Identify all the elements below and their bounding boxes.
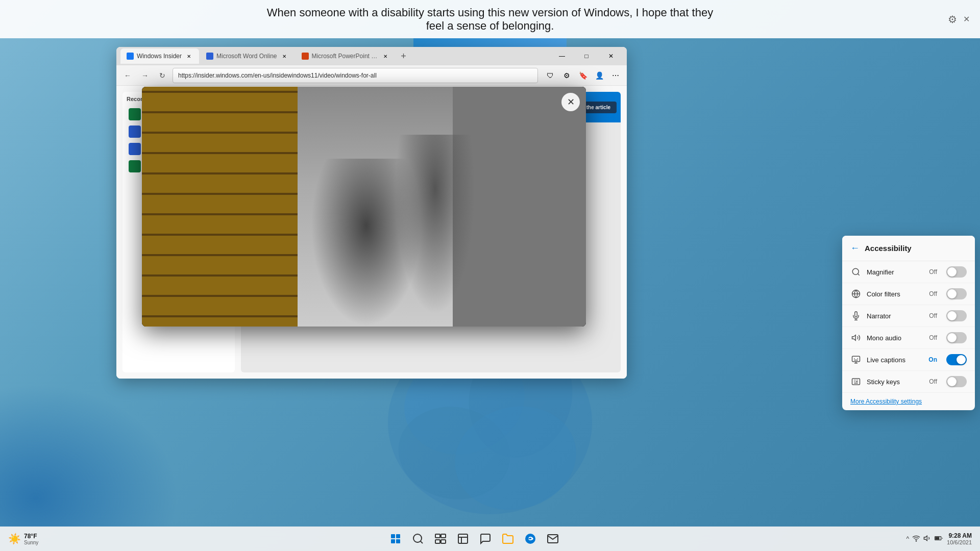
sticky-keys-toggle[interactable] xyxy=(946,376,967,387)
back-button[interactable]: ← xyxy=(120,68,135,83)
chat-button[interactable] xyxy=(476,530,495,548)
tab-close-1[interactable]: ✕ xyxy=(185,52,193,60)
live-captions-toggle[interactable] xyxy=(946,354,967,365)
svg-rect-13 xyxy=(396,534,400,538)
maximize-button[interactable]: □ xyxy=(575,48,598,64)
svg-rect-15 xyxy=(396,539,400,543)
taskbar-left: ☀️ 78°F Sunny xyxy=(8,533,42,545)
task-view-button[interactable] xyxy=(431,530,450,548)
narrator-icon xyxy=(850,310,862,321)
browser-titlebar: Windows Insider ✕ Microsoft Word Online … xyxy=(116,47,627,65)
magnifier-icon xyxy=(850,266,862,278)
color-filters-status: Off xyxy=(929,290,937,297)
expand-icon[interactable]: ^ xyxy=(906,535,909,542)
figure-standing xyxy=(395,135,475,315)
edge-browser-button[interactable] xyxy=(521,530,540,548)
live-captions-icon xyxy=(850,354,862,365)
more-icon[interactable]: ⋯ xyxy=(608,68,623,83)
accessibility-panel: ← Accessibility Magnifier Off Color filt… xyxy=(842,236,975,410)
sticky-keys-icon xyxy=(850,376,862,387)
tab-close-2[interactable]: ✕ xyxy=(280,52,288,60)
battery-icon[interactable] xyxy=(935,534,943,544)
toolbar-icons: 🛡 ⚙ 🔖 👤 ⋯ xyxy=(543,68,623,83)
close-button[interactable]: ✕ xyxy=(599,48,623,64)
wifi-icon[interactable] xyxy=(912,534,920,544)
video-close-button[interactable]: ✕ xyxy=(561,93,580,111)
mail-button[interactable] xyxy=(544,530,562,548)
video-close-icon: ✕ xyxy=(567,96,575,108)
volume-icon[interactable] xyxy=(923,534,932,544)
mono-audio-toggle[interactable] xyxy=(946,332,967,343)
add-tab-button[interactable]: + xyxy=(397,49,411,63)
mono-audio-status: Off xyxy=(929,334,937,341)
mono-audio-item: Mono audio Off xyxy=(842,327,975,349)
svg-rect-26 xyxy=(936,537,939,539)
svg-point-16 xyxy=(413,534,422,542)
tab-label-2: Microsoft Word Online xyxy=(216,53,277,60)
panel-back-button[interactable]: ← xyxy=(850,243,860,254)
forward-button[interactable]: → xyxy=(138,68,152,83)
shield-icon[interactable]: 🛡 xyxy=(543,68,557,83)
svg-rect-17 xyxy=(435,534,440,538)
deco-shape-bottom-left xyxy=(0,384,179,527)
tab-close-3[interactable]: ✕ xyxy=(381,52,389,60)
sticky-keys-item: Sticky keys Off xyxy=(842,371,975,393)
narrator-toggle[interactable] xyxy=(946,310,967,321)
tab-windows-insider[interactable]: Windows Insider ✕ xyxy=(120,48,199,64)
color-filters-icon xyxy=(850,288,862,299)
weather-info: 78°F Sunny xyxy=(24,533,38,545)
live-captions-item: Live captions On xyxy=(842,349,975,371)
item-icon-4 xyxy=(129,160,141,172)
address-bar[interactable]: https://insider.windows.com/en-us/inside… xyxy=(173,68,538,83)
settings-icon[interactable]: ⚙ xyxy=(559,68,574,83)
browser-toolbar: ← → ↻ https://insider.windows.com/en-us/… xyxy=(116,65,627,86)
clock-date: 10/6/2021 xyxy=(947,539,972,545)
clock-area[interactable]: 9:28 AM 10/6/2021 xyxy=(947,532,972,545)
close-icon[interactable]: ✕ xyxy=(963,14,970,24)
color-filters-toggle[interactable] xyxy=(946,288,967,299)
favorites-icon[interactable]: 🔖 xyxy=(576,68,590,83)
magnifier-label: Magnifier xyxy=(867,268,924,276)
svg-point-23 xyxy=(916,540,916,541)
narrator-toggle-knob xyxy=(947,311,957,320)
quote-text: When someone with a disability starts us… xyxy=(260,6,720,33)
magnifier-toggle[interactable] xyxy=(946,266,967,278)
profile-icon[interactable]: 👤 xyxy=(592,68,606,83)
tab-powerpoint-online[interactable]: Microsoft PowerPoint Online ✕ xyxy=(296,48,396,64)
svg-rect-19 xyxy=(435,540,440,543)
svg-rect-12 xyxy=(391,534,395,538)
tab-label-1: Windows Insider xyxy=(137,53,182,60)
panel-header: ← Accessibility xyxy=(842,236,975,261)
minimize-button[interactable]: — xyxy=(550,48,574,64)
tab-label-3: Microsoft PowerPoint Online xyxy=(312,53,378,60)
taskbar-right: ^ xyxy=(906,532,972,545)
narrator-item: Narrator Off xyxy=(842,305,975,327)
file-explorer-button[interactable] xyxy=(499,530,517,548)
svg-rect-20 xyxy=(441,540,446,543)
mono-audio-toggle-knob xyxy=(947,333,957,342)
svg-rect-14 xyxy=(391,539,395,543)
magnifier-toggle-knob xyxy=(947,267,957,277)
mono-audio-label: Mono audio xyxy=(867,334,924,342)
top-notification-bar: When someone with a disability starts us… xyxy=(0,0,980,38)
item-icon-1 xyxy=(129,108,141,120)
svg-marker-24 xyxy=(924,536,927,540)
search-button[interactable] xyxy=(409,530,427,548)
refresh-button[interactable]: ↻ xyxy=(155,68,169,83)
more-accessibility-link[interactable]: More Accessibility settings xyxy=(842,393,975,410)
tab-word-online[interactable]: Microsoft Word Online ✕ xyxy=(200,48,294,64)
sticky-keys-label: Sticky keys xyxy=(867,378,924,386)
live-captions-status: On xyxy=(928,356,937,363)
video-wall-left xyxy=(142,87,298,327)
settings-icon[interactable]: ⚙ xyxy=(948,13,957,26)
color-filters-toggle-knob xyxy=(947,289,957,298)
start-button[interactable] xyxy=(386,530,405,548)
weather-description: Sunny xyxy=(24,540,38,545)
svg-rect-21 xyxy=(458,534,468,543)
panel-title: Accessibility xyxy=(865,244,912,253)
window-controls: — □ ✕ xyxy=(550,48,623,64)
widgets-button[interactable] xyxy=(454,530,472,548)
magnifier-status: Off xyxy=(929,268,937,276)
svg-rect-18 xyxy=(441,534,446,538)
clock-time: 9:28 AM xyxy=(948,532,972,539)
